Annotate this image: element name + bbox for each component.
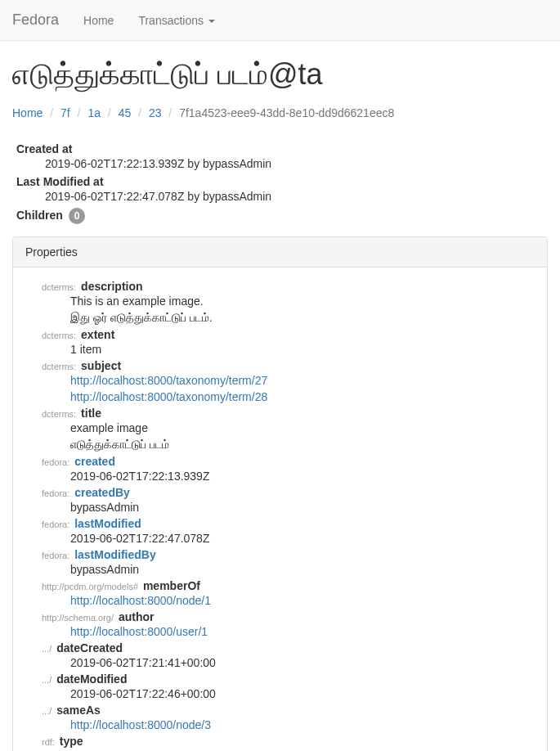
meta-block: Created at 2019-06-02T17:22:13.939Z by b… <box>12 142 548 224</box>
properties-heading: Properties <box>13 237 547 268</box>
prop-prefix: dcterms: <box>42 362 76 371</box>
breadcrumb: Home / 7f / 1a / 45 / 23 / 7f1a4523-eee9… <box>12 100 548 126</box>
breadcrumb-seg2[interactable]: 1a <box>87 106 101 119</box>
prop-name: author <box>119 610 155 623</box>
prop-name-link[interactable]: lastModifiedBy <box>74 548 156 561</box>
breadcrumb-separator: / <box>164 106 176 119</box>
prop-datemodified: .../ dateModified <box>42 672 535 686</box>
prop-value: இது ஓர் எடுத்துக்காட்டுப் படம். <box>42 311 535 325</box>
chevron-down-icon <box>208 20 215 23</box>
prop-prefix: http://schema.org/ <box>42 613 114 623</box>
prop-value: example image <box>42 421 535 434</box>
prop-value: 2019-06-02T17:21:41+00:00 <box>42 656 535 669</box>
breadcrumb-home[interactable]: Home <box>12 106 43 119</box>
prop-name: extent <box>81 328 114 341</box>
last-modified-value: 2019-06-02T17:22:47.078Z by bypassAdmin <box>16 190 544 203</box>
prop-prefix: .../ <box>42 644 52 654</box>
prop-value: This is an example image. <box>42 295 535 308</box>
prop-value: 2019-06-02T17:22:13.939Z <box>42 470 535 483</box>
nav-transactions[interactable]: Transactions <box>126 2 227 39</box>
prop-name: memberOf <box>143 579 200 592</box>
prop-datecreated: .../ dateCreated <box>42 641 535 654</box>
prop-created: fedora: created <box>42 455 535 468</box>
children-label: Children <box>16 209 63 222</box>
prop-prefix: dcterms: <box>42 282 76 292</box>
prop-sameas: .../ sameAs <box>42 704 535 717</box>
prop-subject: dcterms: subject <box>42 359 535 372</box>
breadcrumb-seg3[interactable]: 45 <box>119 106 132 119</box>
prop-title: dcterms: title <box>42 407 535 420</box>
created-at-label: Created at <box>16 142 544 155</box>
prop-name: title <box>81 407 101 420</box>
breadcrumb-seg1[interactable]: 7f <box>60 106 70 119</box>
prop-link[interactable]: http://localhost:8000/node/3 <box>70 718 211 731</box>
created-at-value: 2019-06-02T17:22:13.939Z by bypassAdmin <box>16 157 544 170</box>
properties-panel: Properties dcterms: description This is … <box>12 236 548 751</box>
nav-home[interactable]: Home <box>71 2 126 39</box>
prop-prefix: fedora: <box>42 551 69 560</box>
prop-description: dcterms: description <box>42 280 535 293</box>
breadcrumb-active: 7f1a4523-eee9-43dd-8e10-dd9d6621eec8 <box>179 106 394 119</box>
prop-name: dateModified <box>56 672 127 686</box>
prop-lastmodifiedby: fedora: lastModifiedBy <box>42 548 535 561</box>
prop-value: 2019-06-02T17:22:47.078Z <box>42 532 535 545</box>
prop-link[interactable]: http://localhost:8000/taxonomy/term/28 <box>70 390 267 403</box>
prop-extent: dcterms: extent <box>42 328 535 341</box>
prop-lastmodified: fedora: lastModified <box>42 517 535 530</box>
prop-memberof: http://pcdm.org/models# memberOf <box>42 579 535 592</box>
prop-value: எடுத்துக்காட்டுப் படம் <box>42 438 535 452</box>
prop-name-link[interactable]: created <box>74 455 115 468</box>
prop-prefix: fedora: <box>42 488 69 498</box>
prop-prefix: rdf: <box>42 737 55 747</box>
prop-createdby: fedora: createdBy <box>42 486 535 499</box>
prop-prefix: fedora: <box>42 457 69 467</box>
prop-link[interactable]: http://localhost:8000/taxonomy/term/27 <box>70 374 267 387</box>
prop-name: sameAs <box>56 704 101 717</box>
prop-name: dateCreated <box>56 641 123 654</box>
prop-name-link[interactable]: lastModified <box>74 517 141 530</box>
prop-prefix: .../ <box>42 706 52 716</box>
breadcrumb-separator: / <box>134 106 146 119</box>
prop-type: rdf: type <box>42 735 535 748</box>
breadcrumb-seg4[interactable]: 23 <box>149 106 162 119</box>
breadcrumb-separator: / <box>104 106 115 119</box>
prop-value: bypassAdmin <box>42 563 535 576</box>
prop-value: bypassAdmin <box>42 501 535 514</box>
prop-prefix: fedora: <box>42 519 69 529</box>
prop-link[interactable]: http://localhost:8000/node/1 <box>70 594 211 607</box>
children-count-badge: 0 <box>69 208 86 224</box>
prop-value: 2019-06-02T17:22:46+00:00 <box>42 687 535 700</box>
prop-author: http://schema.org/ author <box>42 610 535 623</box>
last-modified-label: Last Modified at <box>16 175 544 188</box>
prop-prefix: .../ <box>42 675 52 685</box>
navbar-brand[interactable]: Fedora <box>12 11 71 29</box>
prop-name: type <box>60 735 83 748</box>
prop-prefix: dcterms: <box>42 331 76 340</box>
breadcrumb-separator: / <box>46 106 57 119</box>
prop-name: description <box>81 280 142 293</box>
prop-name: subject <box>81 359 121 372</box>
nav-transactions-label: Transactions <box>138 14 204 27</box>
prop-name-link[interactable]: createdBy <box>74 486 130 499</box>
breadcrumb-separator: / <box>74 106 85 119</box>
prop-prefix: http://pcdm.org/models# <box>42 582 138 591</box>
page-title: எடுத்துக்காட்டுப் படம்@ta <box>12 57 548 92</box>
prop-value: 1 item <box>42 343 535 356</box>
navbar: Fedora Home Transactions <box>0 0 560 41</box>
prop-prefix: dcterms: <box>42 409 76 419</box>
prop-link[interactable]: http://localhost:8000/user/1 <box>70 625 208 638</box>
